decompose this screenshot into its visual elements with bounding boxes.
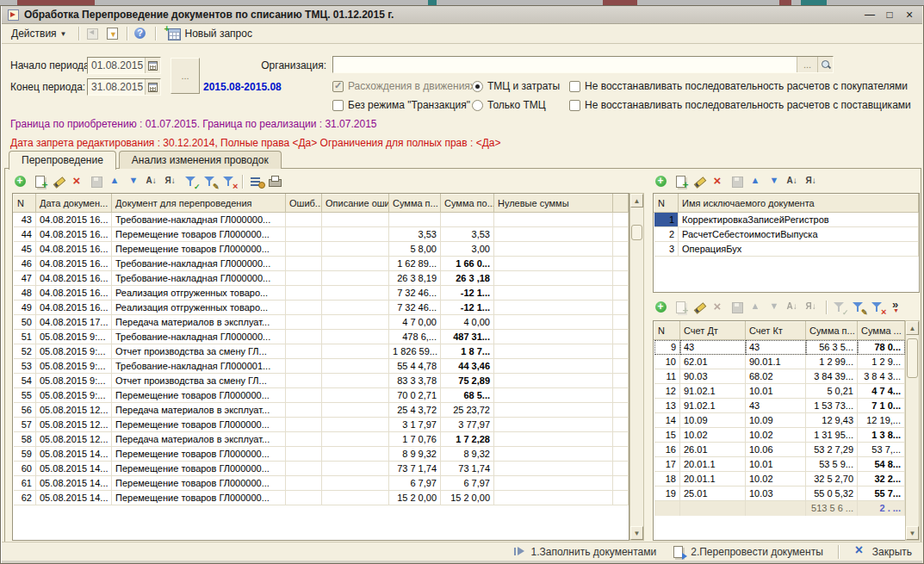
row-number[interactable]: 46 (14, 257, 36, 271)
row-number[interactable]: 54 (14, 374, 36, 388)
filler[interactable] (613, 344, 629, 359)
error-flag[interactable] (286, 286, 322, 301)
error-desc[interactable] (322, 330, 389, 344)
scroll-up-icon[interactable]: ▲ (906, 321, 919, 335)
row-number[interactable]: 48 (14, 286, 36, 301)
filler[interactable] (613, 330, 629, 344)
doc-date[interactable]: 04.08.2015 16... (36, 242, 112, 257)
sum-before[interactable]: 3,53 (389, 227, 441, 242)
zero-sums[interactable] (494, 286, 613, 301)
error-desc[interactable] (322, 227, 389, 242)
doc-date[interactable]: 05.08.2015 9:... (36, 330, 112, 344)
filler[interactable] (613, 374, 629, 388)
error-desc[interactable] (322, 315, 389, 330)
sum-before[interactable]: 12 9,43 (806, 413, 858, 428)
scroll-down-icon[interactable]: ▼ (906, 526, 919, 540)
list-item[interactable]: 1КорректировкаЗаписейРегистров (654, 213, 919, 227)
sum-before[interactable]: 55 4 4,78 (389, 359, 441, 374)
calendar-icon[interactable] (145, 58, 160, 73)
doc-name[interactable]: Требование-накладная ГЛ000000... (112, 257, 286, 271)
move-up-icon[interactable] (107, 174, 124, 190)
doc-name[interactable]: Отчет производства за смену ГЛ... (112, 374, 286, 388)
row-number[interactable]: 45 (14, 242, 36, 257)
error-flag[interactable] (286, 301, 322, 315)
add-copy-icon[interactable] (672, 174, 689, 190)
row-number[interactable]: 44 (14, 227, 36, 242)
credit-account[interactable]: 10.02 (746, 428, 806, 443)
sum-after[interactable]: 3 8 4 3... (858, 369, 905, 384)
debit-account[interactable]: 26.01 (680, 443, 746, 457)
doc-name[interactable]: Передача материалов в эксплуат... (112, 432, 286, 447)
debit-account[interactable]: 10.02 (680, 428, 746, 443)
accounts-scrollbar[interactable]: ▲ ▼ (905, 320, 920, 541)
maximize-button[interactable]: □ (882, 9, 897, 22)
cell[interactable] (654, 501, 680, 516)
error-flag[interactable] (286, 374, 322, 388)
column-header[interactable]: Счет Дт (680, 322, 746, 340)
edit-icon[interactable] (50, 174, 67, 190)
excluded-doc-name[interactable]: РасчетСебестоимостиВыпуска (679, 227, 919, 242)
table-row[interactable]: 5505.08.2015 9:...Перемещение товаров ГЛ… (14, 388, 629, 403)
filler[interactable] (613, 388, 629, 403)
table-row[interactable]: 4504.08.2015 16...Перемещение товаров ГЛ… (14, 242, 629, 257)
add-copy-icon[interactable] (672, 300, 689, 316)
error-desc[interactable] (322, 242, 389, 257)
sort-az-icon[interactable] (145, 174, 162, 190)
sum-before[interactable]: 3 84 39... (806, 369, 858, 384)
doc-name[interactable]: Требование-накладная ГЛ000000... (112, 330, 286, 344)
doc-date[interactable]: 05.08.2015 12... (36, 403, 112, 418)
table-row[interactable]: 1820.01.110.0232 5 2,7032 2... (654, 472, 905, 487)
sum-after[interactable]: 8 9,32 (441, 447, 494, 462)
sum-after[interactable] (441, 213, 494, 227)
error-desc[interactable] (322, 447, 389, 462)
doc-name[interactable]: Реализация отгруженных товаро... (112, 286, 286, 301)
tmc-only-radio[interactable]: Только ТМЦ (472, 99, 546, 111)
sum-after[interactable]: 4 7 4... (858, 384, 905, 399)
column-header[interactable]: Сумма по... (441, 195, 494, 213)
tab-analysis[interactable]: Анализ изменения проводок (119, 151, 282, 169)
error-desc[interactable] (322, 301, 389, 315)
error-desc[interactable] (322, 476, 389, 491)
filter-adjust-icon[interactable]: ✎ (202, 174, 219, 190)
table-row[interactable]: 5205.08.2015 9:...Отчет производства за … (14, 344, 629, 359)
edit-icon[interactable] (691, 174, 708, 190)
move-down-icon[interactable] (126, 174, 143, 190)
credit-account[interactable]: 90.01.1 (746, 355, 806, 369)
filter-adjust-icon[interactable]: ✎ (850, 300, 867, 316)
error-desc[interactable] (322, 432, 389, 447)
error-flag[interactable] (286, 462, 322, 476)
row-number[interactable]: 9 (654, 340, 680, 355)
sum-after[interactable]: 53 7,... (858, 443, 905, 457)
row-number[interactable]: 53 (14, 359, 36, 374)
sum-before[interactable]: 1 7 0,76 (389, 432, 441, 447)
debit-account[interactable]: 10.09 (680, 413, 746, 428)
filler[interactable] (613, 301, 629, 315)
row-number[interactable]: 52 (14, 344, 36, 359)
column-header[interactable]: Сумма п... (389, 195, 441, 213)
close-form-button[interactable]: Закрыть (850, 544, 915, 560)
row-number[interactable]: 1 (654, 213, 679, 227)
table-row[interactable]: 5605.08.2015 12...Передача материалов в … (14, 403, 629, 418)
sum-after[interactable]: 25 23,72 (441, 403, 494, 418)
table-row[interactable]: 1391.02.1431 53 73...7 1 0... (654, 399, 905, 413)
excluded-doc-name[interactable]: ОперацияБух (679, 242, 919, 257)
doc-name[interactable]: Перемещение товаров ГЛ000000... (112, 418, 286, 432)
row-number[interactable]: 47 (14, 271, 36, 286)
cell[interactable] (746, 501, 806, 516)
credit-account[interactable]: 10.06 (746, 443, 806, 457)
doc-name[interactable]: Передача материалов в эксплуат... (112, 315, 286, 330)
filter-set-icon[interactable]: ✓ (183, 174, 200, 190)
cell[interactable] (680, 501, 746, 516)
sum-before[interactable]: 70 0 2,71 (389, 388, 441, 403)
credit-account[interactable]: 10.01 (746, 457, 806, 472)
sum-after[interactable]: 487 31... (441, 330, 494, 344)
row-number[interactable]: 59 (14, 447, 36, 462)
error-flag[interactable] (286, 476, 322, 491)
error-flag[interactable] (286, 271, 322, 286)
scroll-up-icon[interactable]: ▲ (630, 194, 643, 208)
sum-before[interactable]: 56 3 5... (806, 340, 858, 355)
sum-after[interactable]: 73 1,74 (441, 462, 494, 476)
zero-sums[interactable] (494, 418, 613, 432)
zero-sums[interactable] (494, 344, 613, 359)
sort-az-icon[interactable] (785, 300, 803, 316)
